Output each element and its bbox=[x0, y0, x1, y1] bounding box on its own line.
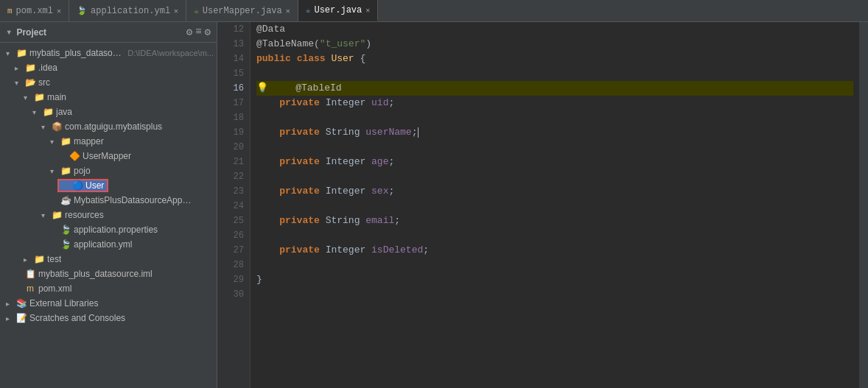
line-num-14: 14 bbox=[217, 52, 244, 66]
kw-private: private bbox=[279, 184, 320, 199]
sidebar-item-pojo-folder[interactable]: 📁 pojo bbox=[0, 163, 217, 178]
kw-private: private bbox=[279, 125, 320, 140]
tabs-bar: m pom.xml ✕ 🍃 application.yml ✕ ☕ UserMa… bbox=[0, 0, 868, 22]
type-integer: Integer bbox=[326, 155, 366, 169]
tab-usermapper-java[interactable]: ☕ UserMapper.java ✕ bbox=[186, 0, 298, 21]
line-num-25: 25 bbox=[217, 214, 244, 228]
line-num-13: 13 bbox=[217, 37, 244, 52]
item-label: application.yml bbox=[74, 239, 132, 250]
tab-close-pom[interactable]: ✕ bbox=[57, 7, 61, 15]
code-line-29: } bbox=[256, 272, 853, 287]
tab-close-user[interactable]: ✕ bbox=[365, 6, 370, 15]
sidebar-item-iml[interactable]: 📋 mybatis_plus_datasource.iml bbox=[0, 267, 217, 281]
layout-icon[interactable]: ≡ bbox=[195, 26, 201, 38]
gear-icon[interactable]: ⚙ bbox=[186, 26, 192, 38]
sidebar-item-package[interactable]: 📦 com.atguigu.mybatisplus bbox=[0, 119, 217, 134]
item-label: application.properties bbox=[74, 225, 158, 235]
tab-label: User.java bbox=[314, 5, 362, 15]
line-num-19: 19 bbox=[217, 125, 244, 140]
editor-scrollbar[interactable] bbox=[859, 22, 868, 388]
code-line-19: private String userName; bbox=[256, 125, 853, 140]
annotation-tableid: @TableId bbox=[295, 81, 341, 96]
java-class-icon: 🔵 bbox=[71, 180, 83, 191]
sidebar-item-usermapper[interactable]: 🔶 UserMapper bbox=[0, 149, 217, 163]
item-label: test bbox=[47, 254, 61, 264]
sidebar-header: ▾ Project ⚙ ≡ ⚙ bbox=[0, 22, 217, 43]
properties-icon: 🍃 bbox=[60, 225, 71, 235]
item-label: mybatis_plus_datasource.iml bbox=[38, 269, 153, 279]
java-icon: ☕ bbox=[60, 195, 71, 205]
sidebar-item-user[interactable]: 🔵 User bbox=[0, 178, 217, 193]
item-path: D:\IDEA\workspace\m... bbox=[127, 49, 214, 57]
java-active-icon: ☕ bbox=[306, 5, 311, 15]
code-line-12: @Data bbox=[256, 22, 853, 37]
line-num-27: 27 bbox=[217, 243, 244, 258]
expand-icon bbox=[6, 49, 13, 57]
line-num-26: 26 bbox=[217, 228, 244, 243]
expand-icon bbox=[41, 123, 49, 131]
sidebar-item-app-class[interactable]: ☕ MybatisPlusDatasourceApplicati... bbox=[0, 193, 217, 208]
sidebar-item-idea[interactable]: 📁 .idea bbox=[0, 60, 217, 75]
tab-close-yml[interactable]: ✕ bbox=[174, 7, 178, 15]
expand-icon bbox=[50, 167, 57, 175]
code-line-24 bbox=[256, 199, 853, 214]
line-num-17: 17 bbox=[217, 96, 244, 110]
code-line-22 bbox=[256, 169, 853, 184]
settings-icon[interactable]: ⚙ bbox=[205, 26, 211, 38]
code-line-13: @TableName("t_user") bbox=[256, 37, 853, 52]
type-string: String bbox=[326, 125, 360, 140]
code-line-30 bbox=[256, 287, 853, 302]
folder-src-icon: 📂 bbox=[24, 77, 36, 88]
sidebar-item-mapper-folder[interactable]: 📁 mapper bbox=[0, 134, 217, 149]
sidebar-item-java[interactable]: 📁 java bbox=[0, 105, 217, 119]
field-isdeleted: isDeleted bbox=[371, 243, 423, 258]
text-cursor bbox=[418, 127, 419, 138]
item-label: Scratches and Consoles bbox=[29, 313, 125, 323]
expand-icon bbox=[50, 138, 57, 146]
field-age: age bbox=[371, 155, 388, 169]
sidebar-item-app-properties[interactable]: 🍃 application.properties bbox=[0, 222, 217, 237]
sidebar-item-scratches[interactable]: 📝 Scratches and Consoles bbox=[0, 311, 217, 325]
tab-application-yml[interactable]: 🍃 application.yml ✕ bbox=[69, 0, 186, 21]
item-label: com.atguigu.mybatisplus bbox=[65, 121, 162, 132]
sidebar-item-resources[interactable]: 📁 resources bbox=[0, 208, 217, 222]
editor-area[interactable]: 12 13 14 15 16 17 18 19 20 21 22 23 24 2… bbox=[217, 22, 868, 388]
sidebar-item-test[interactable]: 📁 test bbox=[0, 252, 217, 267]
sidebar-item-app-yml[interactable]: 🍃 application.yml bbox=[0, 237, 217, 252]
annotation-data: @Data bbox=[256, 22, 285, 37]
item-label: pom.xml bbox=[38, 283, 71, 294]
code-line-21: private Integer age; bbox=[256, 155, 853, 169]
line-numbers: 12 13 14 15 16 17 18 19 20 21 22 23 24 2… bbox=[217, 22, 251, 388]
code-line-15 bbox=[256, 66, 853, 81]
line-num-28: 28 bbox=[217, 258, 244, 272]
folder-icon: 📁 bbox=[42, 107, 54, 117]
sidebar-item-ext-libs[interactable]: 📚 External Libraries bbox=[0, 296, 217, 311]
tab-user-java[interactable]: ☕ User.java ✕ bbox=[298, 0, 378, 21]
code-line-26 bbox=[256, 228, 853, 243]
package-icon: 📦 bbox=[51, 121, 63, 132]
collapse-arrow[interactable]: ▾ bbox=[6, 26, 12, 38]
type-string: String bbox=[326, 214, 360, 228]
kw-public: public bbox=[256, 52, 291, 66]
expand-icon bbox=[6, 300, 13, 308]
user-inner-box: 🔵 User bbox=[59, 180, 107, 191]
folder-icon: 📁 bbox=[60, 136, 71, 147]
sidebar-item-src[interactable]: 📂 src bbox=[0, 75, 217, 90]
folder-icon: 📁 bbox=[24, 63, 36, 73]
sidebar-item-main[interactable]: 📁 main bbox=[0, 90, 217, 105]
main-area: ▾ Project ⚙ ≡ ⚙ 📁 mybatis_plus_datasourc… bbox=[0, 22, 868, 388]
item-label: pojo bbox=[74, 166, 91, 176]
line-num-12: 12 bbox=[217, 22, 244, 37]
expand-icon bbox=[15, 79, 22, 87]
xml-icon: m bbox=[7, 7, 13, 15]
tab-close-usermapper[interactable]: ✕ bbox=[286, 7, 290, 15]
project-tree: 📁 mybatis_plus_datasource D:\IDEA\worksp… bbox=[0, 43, 217, 388]
field-email: email bbox=[365, 214, 394, 228]
code-editor[interactable]: @Data @TableName("t_user") public class … bbox=[251, 22, 859, 388]
sidebar-item-pom[interactable]: m pom.xml bbox=[0, 281, 217, 296]
tab-pom-xml[interactable]: m pom.xml ✕ bbox=[0, 0, 69, 21]
line-num-20: 20 bbox=[217, 140, 244, 155]
sidebar-item-root[interactable]: 📁 mybatis_plus_datasource D:\IDEA\worksp… bbox=[0, 46, 217, 60]
expand-icon bbox=[32, 108, 40, 116]
mapper-icon: 🔶 bbox=[69, 151, 80, 161]
